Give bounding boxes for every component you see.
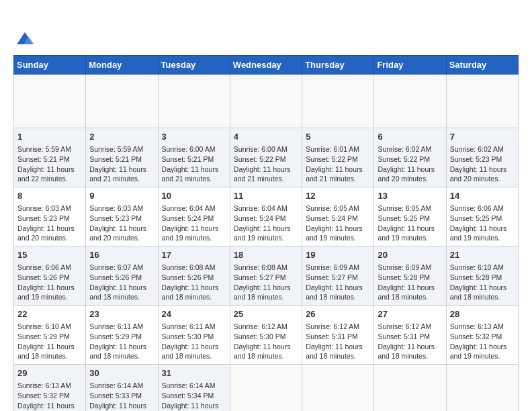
sunrise-text: Sunrise: 6:04 AM — [162, 204, 216, 212]
sunset-text: Sunset: 5:22 PM — [234, 155, 286, 163]
sunset-text: Sunset: 5:31 PM — [378, 332, 430, 340]
day-number: 9 — [89, 190, 154, 202]
sunrise-text: Sunrise: 6:11 AM — [89, 322, 143, 330]
sunrise-text: Sunrise: 6:14 AM — [162, 381, 216, 390]
calendar-cell: 21Sunrise: 6:10 AMSunset: 5:28 PMDayligh… — [446, 246, 518, 306]
sunrise-text: Sunrise: 6:02 AM — [450, 145, 504, 153]
calendar: SundayMondayTuesdayWednesdayThursdayFrid… — [13, 55, 519, 411]
day-number: 20 — [378, 249, 442, 261]
calendar-cell: 30Sunrise: 6:14 AMSunset: 5:33 PMDayligh… — [86, 364, 158, 411]
logo-icon — [15, 30, 34, 48]
day-number: 6 — [378, 131, 442, 143]
sunrise-text: Sunrise: 6:06 AM — [17, 263, 71, 271]
day-number: 23 — [89, 308, 154, 320]
sunset-text: Sunset: 5:28 PM — [378, 273, 430, 281]
col-header-monday: Monday — [86, 56, 158, 75]
daylight-text: Daylight: 11 hours and 20 minutes. — [450, 165, 507, 183]
day-number: 4 — [234, 131, 298, 143]
sunrise-text: Sunrise: 5:59 AM — [17, 145, 71, 153]
sunset-text: Sunset: 5:23 PM — [89, 214, 142, 222]
day-number: 31 — [162, 367, 226, 379]
sunset-text: Sunset: 5:33 PM — [89, 392, 142, 400]
calendar-cell: 4Sunrise: 6:00 AMSunset: 5:22 PMDaylight… — [230, 128, 302, 187]
calendar-header-row: SundayMondayTuesdayWednesdayThursdayFrid… — [14, 56, 519, 75]
calendar-cell: 28Sunrise: 6:13 AMSunset: 5:32 PMDayligh… — [446, 306, 518, 365]
calendar-cell — [374, 364, 446, 411]
sunrise-text: Sunrise: 6:04 AM — [234, 204, 287, 212]
sunset-text: Sunset: 5:21 PM — [17, 155, 70, 163]
sunset-text: Sunset: 5:21 PM — [162, 155, 214, 163]
calendar-cell — [446, 364, 518, 411]
calendar-cell — [446, 75, 518, 128]
calendar-cell: 12Sunrise: 6:05 AMSunset: 5:24 PMDayligh… — [302, 187, 374, 246]
week-row-3: 15Sunrise: 6:06 AMSunset: 5:26 PMDayligh… — [14, 246, 519, 306]
sunrise-text: Sunrise: 6:10 AM — [450, 263, 504, 271]
daylight-text: Daylight: 11 hours and 19 minutes. — [234, 224, 291, 242]
calendar-cell: 10Sunrise: 6:04 AMSunset: 5:24 PMDayligh… — [158, 187, 230, 246]
sunrise-text: Sunrise: 6:00 AM — [234, 145, 287, 153]
sunrise-text: Sunrise: 6:10 AM — [17, 322, 71, 330]
day-number: 17 — [162, 249, 226, 261]
day-number: 16 — [89, 249, 154, 261]
calendar-cell: 14Sunrise: 6:06 AMSunset: 5:25 PMDayligh… — [446, 187, 518, 246]
day-number: 18 — [234, 249, 298, 261]
sunset-text: Sunset: 5:31 PM — [306, 332, 358, 340]
logo — [13, 13, 34, 48]
calendar-cell — [14, 75, 86, 128]
sunset-text: Sunset: 5:22 PM — [306, 155, 358, 163]
daylight-text: Daylight: 11 hours and 18 minutes. — [89, 342, 146, 361]
sunset-text: Sunset: 5:27 PM — [306, 273, 358, 281]
day-number: 15 — [17, 249, 82, 261]
daylight-text: Daylight: 11 hours and 19 minutes. — [450, 224, 507, 242]
day-number: 21 — [450, 249, 515, 261]
sunset-text: Sunset: 5:32 PM — [17, 392, 70, 400]
sunset-text: Sunset: 5:34 PM — [162, 392, 214, 400]
sunset-text: Sunset: 5:23 PM — [450, 155, 502, 163]
calendar-cell: 5Sunrise: 6:01 AMSunset: 5:22 PMDaylight… — [302, 128, 374, 187]
sunset-text: Sunset: 5:25 PM — [450, 214, 502, 222]
daylight-text: Daylight: 11 hours and 18 minutes. — [17, 342, 75, 361]
sunset-text: Sunset: 5:32 PM — [450, 332, 502, 340]
day-number: 25 — [234, 308, 298, 320]
calendar-cell: 29Sunrise: 6:13 AMSunset: 5:32 PMDayligh… — [14, 364, 86, 411]
daylight-text: Daylight: 11 hours and 18 minutes. — [89, 283, 146, 302]
logo-text — [13, 13, 34, 48]
day-number: 26 — [306, 308, 370, 320]
day-number: 7 — [450, 131, 515, 143]
week-row-2: 8Sunrise: 6:03 AMSunset: 5:23 PMDaylight… — [14, 187, 519, 246]
calendar-cell: 11Sunrise: 6:04 AMSunset: 5:24 PMDayligh… — [230, 187, 302, 246]
day-number: 24 — [162, 308, 226, 320]
calendar-cell: 22Sunrise: 6:10 AMSunset: 5:29 PMDayligh… — [14, 306, 86, 365]
sunrise-text: Sunrise: 6:00 AM — [162, 145, 216, 153]
calendar-cell: 8Sunrise: 6:03 AMSunset: 5:23 PMDaylight… — [14, 187, 86, 246]
sunset-text: Sunset: 5:21 PM — [89, 155, 142, 163]
sunrise-text: Sunrise: 6:05 AM — [306, 204, 359, 212]
sunset-text: Sunset: 5:30 PM — [162, 332, 214, 340]
sunset-text: Sunset: 5:23 PM — [17, 214, 70, 222]
sunset-text: Sunset: 5:28 PM — [450, 273, 502, 281]
day-number: 28 — [450, 308, 515, 320]
sunset-text: Sunset: 5:29 PM — [89, 332, 142, 340]
day-number: 2 — [89, 131, 154, 143]
sunrise-text: Sunrise: 6:06 AM — [450, 204, 504, 212]
daylight-text: Daylight: 11 hours and 18 minutes. — [162, 342, 219, 361]
calendar-cell — [302, 75, 374, 128]
calendar-cell: 15Sunrise: 6:06 AMSunset: 5:26 PMDayligh… — [14, 246, 86, 306]
daylight-text: Daylight: 11 hours and 21 minutes. — [162, 165, 219, 183]
daylight-text: Daylight: 11 hours and 18 minutes. — [450, 283, 507, 302]
calendar-cell: 26Sunrise: 6:12 AMSunset: 5:31 PMDayligh… — [302, 306, 374, 365]
calendar-cell: 16Sunrise: 6:07 AMSunset: 5:26 PMDayligh… — [86, 246, 158, 306]
day-number: 13 — [378, 190, 442, 202]
calendar-cell — [302, 364, 374, 411]
calendar-cell: 19Sunrise: 6:09 AMSunset: 5:27 PMDayligh… — [302, 246, 374, 306]
sunset-text: Sunset: 5:26 PM — [162, 273, 214, 281]
daylight-text: Daylight: 11 hours and 18 minutes. — [306, 283, 363, 302]
sunset-text: Sunset: 5:22 PM — [378, 155, 430, 163]
calendar-cell: 23Sunrise: 6:11 AMSunset: 5:29 PMDayligh… — [86, 306, 158, 365]
calendar-cell: 6Sunrise: 6:02 AMSunset: 5:22 PMDaylight… — [374, 128, 446, 187]
daylight-text: Daylight: 11 hours and 19 minutes. — [378, 224, 435, 242]
sunset-text: Sunset: 5:24 PM — [306, 214, 358, 222]
sunrise-text: Sunrise: 6:12 AM — [234, 322, 287, 330]
sunset-text: Sunset: 5:29 PM — [17, 332, 70, 340]
sunset-text: Sunset: 5:24 PM — [162, 214, 214, 222]
